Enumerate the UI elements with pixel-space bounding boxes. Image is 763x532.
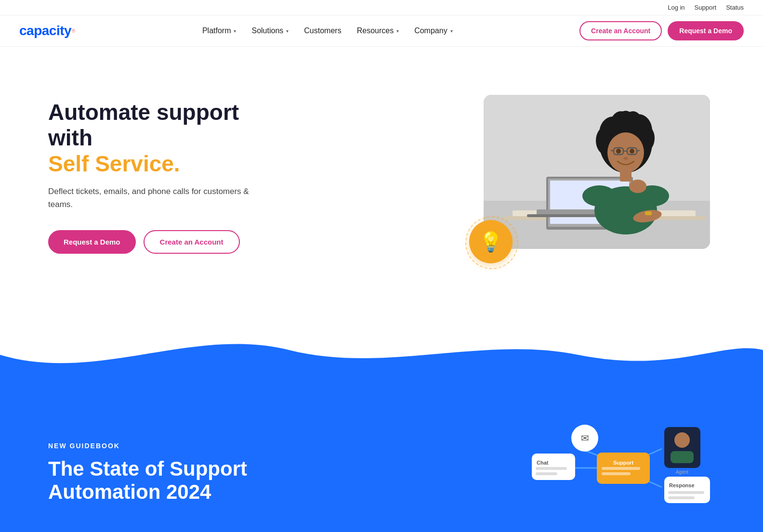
blue-section: NEW GUIDEBOOK The State of Support Autom… [0,384,763,532]
nav-solutions[interactable]: Solutions ▾ [251,26,289,35]
svg-text:Support: Support [613,460,633,466]
svg-rect-37 [532,454,575,480]
main-nav: capacity® Platform ▾ Solutions ▾ Custome… [0,15,763,47]
nav-resources[interactable]: Resources ▾ [357,26,399,35]
svg-point-24 [630,149,634,154]
hero-subtitle: Deflect tickets, emails, and phone calls… [48,185,250,211]
hero-image-area: 💡 [484,95,724,259]
nav-company[interactable]: Company ▾ [414,26,452,35]
svg-point-48 [674,432,690,448]
nav-customers[interactable]: Customers [304,26,341,35]
svg-point-28 [582,185,616,207]
svg-rect-54 [668,496,695,499]
lightbulb-badge: 💡 [469,220,513,263]
logo-text: capacity [19,23,71,39]
hero-highlight: Self Service. [48,151,289,177]
svg-point-16 [617,111,634,132]
chevron-down-icon: ▾ [286,28,289,34]
lightbulb-icon: 💡 [479,232,503,251]
chevron-down-icon: ▾ [450,28,453,34]
svg-rect-39 [536,467,567,470]
guidebook-content: NEW GUIDEBOOK The State of Support Autom… [48,442,289,504]
svg-point-17 [607,132,644,173]
guidebook-tag: NEW GUIDEBOOK [48,442,289,450]
hero-photo [484,95,710,249]
hero-content: Automate support with Self Service. Defl… [48,100,289,254]
utility-bar: Log in Support Status [0,0,763,15]
svg-point-25 [623,157,628,160]
nav-platform[interactable]: Platform ▾ [202,26,237,35]
hero-illustration [484,95,710,249]
svg-text:Response: Response [669,482,695,488]
login-link[interactable]: Log in [668,4,684,11]
nav-actions: Create an Account Request a Demo [579,21,744,40]
svg-rect-32 [645,211,652,215]
svg-text:Chat: Chat [537,460,549,466]
logo-reg: ® [72,28,75,34]
hero-section: Automate support with Self Service. Defl… [0,47,763,297]
guidebook-title: The State of Support Automation 2024 [48,457,289,504]
status-link[interactable]: Status [726,4,744,11]
automation-svg: Chat ✉ Support Agent Response [522,420,724,526]
chevron-down-icon: ▾ [234,28,236,34]
request-demo-button[interactable]: Request a Demo [668,21,744,40]
wave-section [0,326,763,384]
svg-point-23 [616,149,621,154]
svg-point-31 [629,180,646,193]
svg-rect-49 [671,451,694,463]
svg-rect-53 [668,491,704,494]
create-account-button[interactable]: Create an Account [579,21,662,40]
support-link[interactable]: Support [695,4,717,11]
hero-title: Automate support with Self Service. [48,100,289,177]
hero-actions: Request a Demo Create an Account [48,230,289,254]
svg-text:✉: ✉ [581,433,589,443]
chevron-down-icon: ▾ [396,28,399,34]
nav-links: Platform ▾ Solutions ▾ Customers Resourc… [202,26,453,35]
svg-rect-40 [536,472,557,475]
logo-link[interactable]: capacity® [19,23,75,39]
svg-rect-26 [620,171,631,182]
automation-diagram: Chat ✉ Support Agent Response [503,413,744,532]
wave-svg [0,326,763,384]
svg-rect-46 [602,472,631,475]
svg-rect-45 [602,467,640,470]
hero-demo-button[interactable]: Request a Demo [48,230,136,254]
hero-account-button[interactable]: Create an Account [144,230,240,254]
svg-text:Agent: Agent [676,469,688,475]
